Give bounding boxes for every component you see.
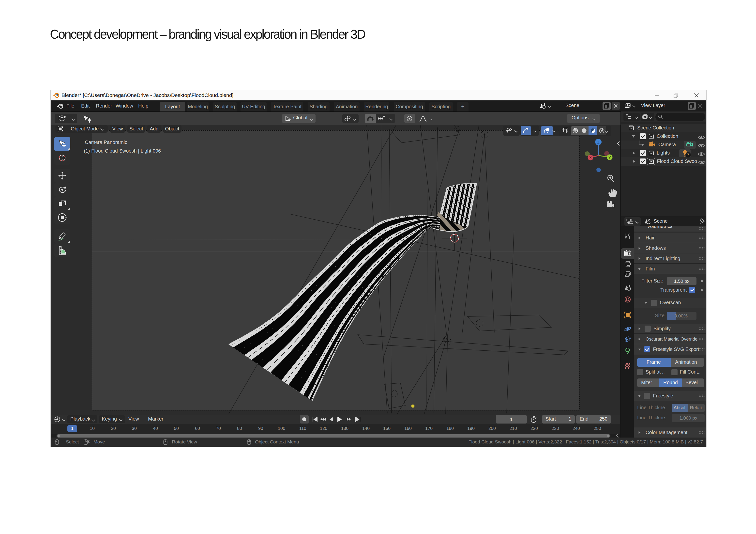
svg-text:Z: Z (597, 140, 599, 144)
svg-text:Y: Y (608, 155, 611, 159)
svg-text:X: X (589, 155, 592, 160)
